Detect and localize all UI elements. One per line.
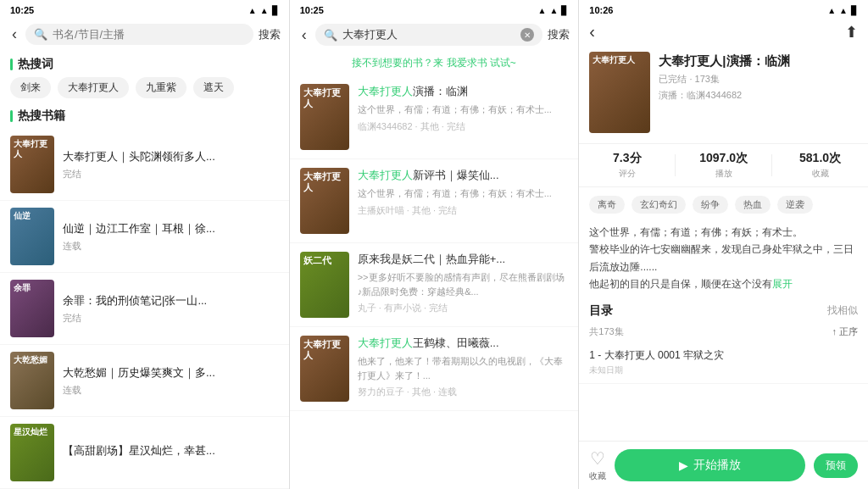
list-item[interactable]: 仙逆 仙逆｜边江工作室｜耳根｜徐... 连载 — [0, 201, 289, 273]
search-icon-1: 🔍 — [34, 28, 47, 41]
book-info-2: 仙逆｜边江工作室｜耳根｜徐... 连载 — [63, 221, 279, 253]
hint-text-suf: 试试~ — [487, 57, 516, 69]
status-bar-2: 10:25 ▲ ▲ ▊ — [290, 0, 579, 19]
result-title-1: 大奉打更人演播：临渊 — [358, 84, 569, 99]
hint-link[interactable]: 我爱求书 — [447, 57, 487, 69]
result-title-3: 原来我是妖二代｜热血异能+... — [358, 252, 569, 267]
tag-chips-row: 离奇 玄幻奇幻 纷争 热血 逆袭 — [579, 191, 868, 219]
search-button-2[interactable]: 搜索 — [548, 27, 570, 42]
episode-date-1: 未知日期 — [589, 364, 858, 376]
favorite-label: 收藏 — [589, 470, 606, 482]
expand-link[interactable]: 展开 — [772, 278, 793, 290]
list-item[interactable]: 大奉打更人 大奉打更人王鹤棣、田曦薇... 他来了，他来了！带着期期以久的电视剧… — [290, 327, 579, 411]
chip-fz[interactable]: 纷争 — [693, 196, 728, 214]
catalog-info-row: 共173集 ↑ 正序 — [579, 324, 868, 342]
battery-icon-3: ▊ — [851, 6, 858, 15]
clear-button[interactable]: ✕ — [520, 28, 534, 42]
result-desc-3: >>更多好听不要脸的感情有声剧，尽在熊番剧剧场♪新品限时免费：穿越经典&... — [358, 270, 569, 298]
battery-icon-2: ▊ — [561, 6, 568, 15]
episode-title-1: 1 - 大奉打更人 0001 牢狱之灾 — [589, 348, 858, 363]
status-bar-1: 10:25 ▲ ▲ ▊ — [0, 0, 289, 19]
detail-cover: 大奉打更人 — [589, 52, 650, 133]
tag-jiuchongzi[interactable]: 九重紫 — [136, 77, 186, 98]
back-button-2[interactable]: ‹ — [298, 25, 310, 46]
book-cover-1: 大奉打更人 — [10, 136, 54, 193]
hot-books-label: 热搜书籍 — [0, 102, 289, 129]
detail-header: 大奉打更人 大奉打更人|演播：临渊 已完结 · 173集 演播：临渊434468… — [579, 45, 868, 140]
play-button[interactable]: ▶ 开始播放 — [615, 449, 805, 481]
desc-content: 这个世界，有儒；有道；有佛；有妖；有术士。警校毕业的许七安幽幽醒来，发现自己身处… — [589, 226, 854, 290]
battery-icon: ▊ — [272, 6, 279, 15]
stat-rating-label: 评分 — [579, 168, 675, 180]
result-info-4: 大奉打更人王鹤棣、田曦薇... 他来了，他来了！带着期期以久的电视剧，《大奉打更… — [358, 336, 569, 402]
result-info-1: 大奉打更人演播：临渊 这个世界，有儒；有道；有佛；有妖；有术士... 临渊434… — [358, 84, 569, 150]
book-title-5: 【高甜剧场】星汉灿烂，幸甚... — [63, 443, 279, 458]
stat-rating: 7.3分 评分 — [579, 151, 675, 180]
order-button[interactable]: ↑ 正序 — [832, 325, 858, 338]
heart-icon: ♡ — [590, 448, 605, 469]
share-icon[interactable]: ⬆ — [845, 23, 858, 42]
search-bar-row-1: ‹ 🔍 搜索 — [0, 19, 289, 50]
list-item[interactable]: 星汉灿烂 【高甜剧场】星汉灿烂，幸甚... — [0, 417, 289, 489]
tag-zhetian[interactable]: 遮天 — [193, 77, 234, 98]
search-result-list: 大奉打更人 大奉打更人演播：临渊 这个世界，有儒；有道；有佛；有妖；有术士...… — [290, 75, 579, 489]
reserve-button[interactable]: 预领 — [814, 453, 858, 478]
result-desc-2: 这个世界，有儒；有道；有佛；有妖；有术士... — [358, 186, 569, 201]
highlight-text-4: 大奉打更人 — [358, 336, 413, 349]
chip-nx[interactable]: 逆袭 — [777, 196, 813, 214]
detail-completed: 已完结 · 173集 — [659, 73, 858, 86]
list-item[interactable]: 大奉打更人 大奉打更人｜头陀渊领衔多人... 完结 — [0, 129, 289, 201]
list-item[interactable]: 妖二代 原来我是妖二代｜热血异能+... >>更多好听不要脸的感情有声剧，尽在熊… — [290, 243, 579, 327]
result-cover-1: 大奉打更人 — [300, 84, 349, 150]
back-button-1[interactable]: ‹ — [8, 24, 20, 45]
favorite-button[interactable]: ♡ 收藏 — [589, 448, 606, 482]
book-title-3: 余罪：我的刑侦笔记|张一山... — [63, 293, 279, 308]
detail-title: 大奉打更人|演播：临渊 — [659, 52, 858, 69]
bottom-bar: ♡ 收藏 ▶ 开始播放 预领 — [579, 441, 868, 489]
tag-dafeng[interactable]: 大奉打更人 — [58, 77, 129, 98]
episode-item-1[interactable]: 1 - 大奉打更人 0001 牢狱之灾 未知日期 — [579, 342, 868, 384]
catalog-header: 目录 找相似 — [579, 298, 868, 324]
search-button-1[interactable]: 搜索 — [259, 27, 281, 42]
stat-plays: 1097.0次 播放 — [676, 151, 771, 180]
time-1: 10:25 — [10, 5, 34, 15]
tag-jianlai[interactable]: 剑来 — [10, 77, 51, 98]
back-button-3[interactable]: ‹ — [589, 22, 595, 42]
chip-rx[interactable]: 热血 — [735, 196, 771, 214]
book-cover-4: 大乾愁媚 — [10, 352, 54, 409]
hint-row: 接不到想要的书？来 我爱求书 试试~ — [290, 51, 579, 75]
chip-lq[interactable]: 离奇 — [589, 196, 625, 214]
result-cover-4: 大奉打更人 — [300, 336, 349, 402]
stats-row: 7.3分 评分 1097.0次 播放 581.0次 收藏 — [579, 143, 868, 187]
stat-favorites-value: 581.0次 — [772, 151, 868, 166]
stat-plays-value: 1097.0次 — [676, 151, 771, 166]
similar-label[interactable]: 找相似 — [827, 303, 858, 318]
result-meta-2: 主播妖叶喵 · 其他 · 完结 — [358, 204, 569, 217]
signal-icon-3: ▲ — [839, 6, 848, 15]
book-title-1: 大奉打更人｜头陀渊领衔多人... — [63, 149, 279, 164]
time-3: 10:26 — [589, 5, 613, 15]
wifi-icon: ▲ — [248, 6, 257, 15]
catalog-title: 目录 — [589, 303, 613, 319]
list-item[interactable]: 大乾愁媚 大乾愁媚｜历史爆笑爽文｜多... 连载 — [0, 345, 289, 417]
search-input-2[interactable] — [342, 29, 516, 42]
result-desc-4: 他来了，他来了！带着期期以久的电视剧，《大奉打更人》来了！... — [358, 354, 569, 382]
play-label: 开始播放 — [693, 458, 741, 473]
list-item[interactable]: 大奉打更人 大奉打更人演播：临渊 这个世界，有儒；有道；有佛；有妖；有术士...… — [290, 75, 579, 159]
list-item[interactable]: 大奉打更人 大奉打更人新评书｜爆笑仙... 这个世界，有儒；有道；有佛；有妖；有… — [290, 159, 579, 243]
chip-xh[interactable]: 玄幻奇幻 — [632, 196, 686, 214]
result-meta-4: 努力的豆子 · 其他 · 连载 — [358, 386, 569, 398]
title-suffix-2: 新评书｜爆笑仙... — [413, 169, 499, 181]
result-info-2: 大奉打更人新评书｜爆笑仙... 这个世界，有儒；有道；有佛；有妖；有术士... … — [358, 168, 569, 234]
search-input-box-1[interactable]: 🔍 — [25, 24, 253, 45]
signal-icon: ▲ — [260, 6, 269, 15]
list-item[interactable]: 余罪 余罪：我的刑侦笔记|张一山... 完结 — [0, 273, 289, 345]
book-cover-5: 星汉灿烂 — [10, 424, 54, 481]
title-suffix: 演播：临渊 — [413, 85, 468, 97]
play-icon: ▶ — [679, 458, 688, 472]
total-episodes: 共173集 — [589, 325, 623, 338]
highlight-text-2: 大奉打更人 — [358, 169, 413, 181]
search-input-box-2[interactable]: 🔍 ✕ — [315, 24, 543, 46]
hint-text-pre: 接不到想要的书？来 — [352, 57, 446, 69]
search-input-1[interactable] — [53, 28, 245, 41]
